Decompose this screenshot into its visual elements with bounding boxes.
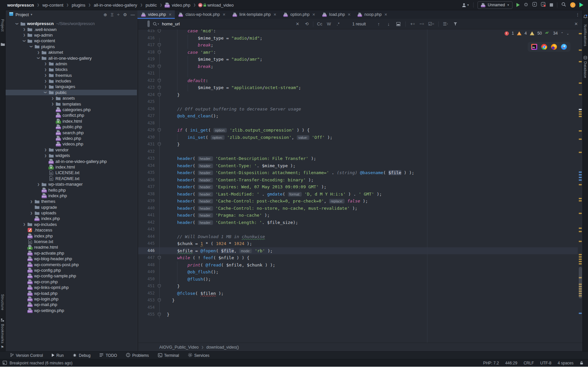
tree-item-blocks[interactable]: ❯blocks: [6, 67, 137, 72]
tab-link-template.php[interactable]: PHPlink-template.php✕: [229, 10, 280, 19]
tree-item-categories.php[interactable]: PHPcategories.php: [6, 107, 137, 112]
more-tabs-icon[interactable]: ⋮: [575, 12, 582, 17]
editor-breadcrumb-item[interactable]: AIOVG_Public_Video: [159, 345, 199, 350]
update-available-icon[interactable]: ↑: [570, 2, 575, 8]
breadcrumb-item[interactable]: public: [145, 3, 157, 8]
tool-button-terminal[interactable]: Terminal: [158, 353, 179, 358]
tree-item-plugins[interactable]: ❯plugins: [6, 44, 137, 49]
stripe-mark[interactable]: [579, 49, 582, 51]
stripe-mark[interactable]: [579, 213, 582, 214]
code-line[interactable]: 451}: [138, 283, 578, 290]
stripe-mark[interactable]: [579, 241, 582, 242]
line-number[interactable]: 430: [138, 134, 155, 141]
line-number[interactable]: 416: [138, 35, 155, 42]
stripe-mark[interactable]: [579, 179, 582, 181]
filter-lines-icon[interactable]: ☰I: [443, 21, 449, 26]
close-tab-icon[interactable]: ✕: [223, 13, 226, 17]
close-find-bar-icon[interactable]: ✕: [573, 21, 579, 26]
code-line[interactable]: 447while ( ! feof( $nfile ) ) {: [138, 254, 578, 262]
inspections-widget[interactable]: ! 1 ! 4 ! 50 ✔✔ 34 ⌃ ⌄: [505, 31, 570, 36]
line-number[interactable]: 429: [138, 127, 155, 134]
tree-item-index.php[interactable]: PHPindex.php: [6, 233, 137, 238]
stripe-mark[interactable]: [579, 231, 582, 232]
line-number[interactable]: 428: [138, 120, 155, 127]
tree-item-wp-stats-manager[interactable]: ❯wp-stats-manager: [6, 181, 137, 187]
tree-item-freemius[interactable]: ❯freemius: [6, 73, 137, 78]
tool-button-todo[interactable]: TODO: [99, 353, 117, 358]
tree-item-wp-cron.php[interactable]: PHPwp-cron.php: [6, 279, 137, 285]
search-history-icon[interactable]: ⟲: [304, 21, 310, 26]
code-line[interactable]: 454: [138, 304, 578, 311]
code-line[interactable]: 442header( header: 'Content-Length: '. $…: [138, 219, 578, 226]
stripe-mark[interactable]: [579, 313, 582, 314]
chevron-right-icon[interactable]: ❯: [36, 183, 41, 186]
breadcrumb-item[interactable]: wordpresscn: [7, 3, 35, 8]
tree-item-wp-mail.php[interactable]: PHPwp-mail.php: [6, 302, 137, 307]
tree-item-widgets[interactable]: ❯widgets: [6, 153, 137, 158]
match-case-toggle[interactable]: Cc: [317, 21, 323, 26]
stripe-mark[interactable]: [579, 177, 582, 178]
tree-item-.well-known[interactable]: ❯.well-known: [6, 26, 137, 32]
previous-occurrence-icon[interactable]: ↑: [376, 21, 382, 27]
stripe-mark[interactable]: [579, 174, 582, 175]
chevron-right-icon[interactable]: ❯: [43, 85, 48, 88]
next-problem-icon[interactable]: ⌄: [567, 32, 569, 35]
code-line[interactable]: 436header( header: 'Content-Transfer-Enc…: [138, 176, 578, 184]
chevron-right-icon[interactable]: ❯: [50, 102, 55, 106]
tree-item-public.php[interactable]: PHPpublic.php: [6, 124, 137, 130]
tree-item-upgrade[interactable]: upgrade: [6, 204, 137, 210]
status-segment[interactable]: 446:29: [505, 361, 517, 365]
chevron-right-icon[interactable]: ❯: [43, 148, 48, 151]
fold-marker-icon[interactable]: [158, 29, 161, 34]
profiler-button[interactable]: [541, 2, 546, 8]
tree-item-wp-config.php[interactable]: PHPwp-config.php: [6, 267, 137, 273]
chevron-right-icon[interactable]: ❯: [22, 223, 27, 226]
firefox-browser-icon[interactable]: [551, 44, 557, 50]
tree-item-search.php[interactable]: PHPsearch.php: [6, 130, 137, 135]
code-line[interactable]: 435header( header: 'Content-Disposition:…: [138, 169, 578, 176]
editor-breadcrumb-item[interactable]: download_video(): [206, 345, 239, 350]
line-number[interactable]: 420: [138, 63, 155, 70]
line-number[interactable]: 447: [138, 254, 155, 262]
line-number[interactable]: 434: [138, 162, 155, 170]
code-line[interactable]: 434header( header: 'Content-Type: '. $mi…: [138, 162, 578, 170]
line-number[interactable]: 418: [138, 49, 155, 56]
stop-button[interactable]: [550, 3, 553, 7]
tab-noop.php[interactable]: PHPnoop.php✕: [354, 10, 390, 19]
code-line[interactable]: 437header( header: 'Expires: Wed, 07 May…: [138, 183, 578, 191]
line-number[interactable]: 435: [138, 169, 155, 176]
chevron-right-icon[interactable]: ❯: [43, 68, 48, 71]
chevron-down-icon[interactable]: ❯: [44, 90, 47, 95]
tree-item-conflict.php[interactable]: PHPconflict.php: [6, 112, 137, 118]
tree-item-themes[interactable]: ❯themes: [6, 199, 137, 204]
code-line[interactable]: 449@ob_flush();: [138, 268, 578, 276]
breadcrumb-item[interactable]: plugins: [71, 3, 86, 8]
select-all-occurrences-icon[interactable]: ☑II: [428, 21, 434, 26]
chevron-right-icon[interactable]: ❯: [43, 74, 48, 77]
code-line[interactable]: 448print( @fread( $nfile, $chunk ) );: [138, 262, 578, 269]
chevron-right-icon[interactable]: ❯: [36, 51, 41, 54]
tab-option.php[interactable]: PHPoption.php✕: [280, 10, 319, 19]
line-number[interactable]: 439: [138, 198, 155, 205]
code-line[interactable]: 446$nfile = @fopen( $file, mode: 'rb' );: [138, 247, 578, 255]
tree-item-README.txt[interactable]: README.txt: [6, 176, 137, 181]
breadcrumb-item[interactable]: wp-content: [42, 3, 64, 8]
panel-settings-gear-icon[interactable]: ⚙: [123, 12, 127, 17]
filter-search-icon[interactable]: [452, 22, 458, 26]
tool-button-database[interactable]: Database: [583, 61, 587, 78]
prev-problem-icon[interactable]: ⌃: [561, 32, 563, 35]
line-number[interactable]: 417: [138, 42, 155, 49]
bookmarks-stripe-icon[interactable]: ⚑: [1, 345, 4, 349]
chevron-right-icon[interactable]: ❯: [22, 28, 27, 31]
chevron-right-icon[interactable]: ❯: [29, 211, 34, 215]
structure-stripe-icon[interactable]: [1, 317, 4, 323]
chrome-browser-icon[interactable]: [541, 44, 547, 50]
regex-toggle[interactable]: .*: [335, 21, 341, 26]
tree-item-wordpresscn[interactable]: ❯wordpresscn~/Sites/wordpresscn: [6, 21, 137, 26]
project-panel-title[interactable]: Project: [15, 12, 29, 17]
tree-item-wp-blog-header.php[interactable]: PHPwp-blog-header.php: [6, 256, 137, 262]
line-number[interactable]: 440: [138, 205, 155, 212]
tree-item-akismet[interactable]: ❯akismet: [6, 49, 137, 55]
code-line[interactable]: 423$mime_type = "application/octet-strea…: [138, 84, 578, 91]
tree-item-wp-load.php[interactable]: PHPwp-load.php: [6, 290, 137, 296]
